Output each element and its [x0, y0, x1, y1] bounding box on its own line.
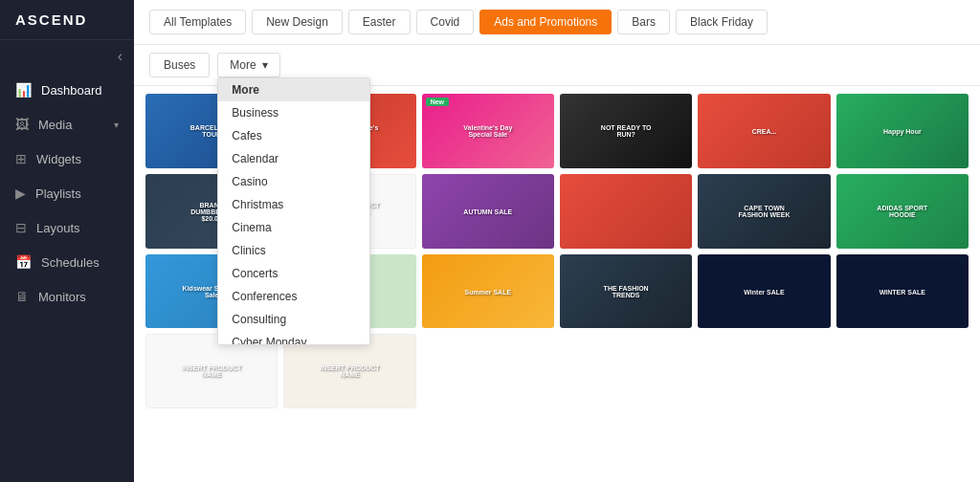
- filter-btn-all-templates[interactable]: All Templates: [149, 10, 246, 34]
- chevron-down-icon: ▾: [114, 120, 119, 130]
- dropdown-item[interactable]: Christmas: [218, 193, 369, 216]
- playlists-icon: ▶: [15, 186, 26, 201]
- dropdown-item[interactable]: Cinema: [218, 216, 369, 239]
- filter-btn-easter[interactable]: Easter: [348, 10, 411, 34]
- template-thumb-text: AUTUMN SALE: [461, 206, 514, 216]
- template-grid-item[interactable]: INSERT PRODUCT NAME: [145, 334, 278, 408]
- template-thumb-text: Winter SALE: [742, 286, 786, 296]
- filter-btn-bars[interactable]: Bars: [617, 10, 670, 34]
- template-grid-item[interactable]: CAPE TOWN FASHION WEEK: [698, 174, 830, 249]
- template-thumb-text: Summer SALE: [463, 286, 514, 296]
- filter-bar: All Templates New Design Easter Covid Ad…: [134, 0, 980, 45]
- sidebar-item-monitors[interactable]: 🖥 Monitors: [0, 279, 134, 314]
- template-grid-item[interactable]: THE FASHION TRENDS: [560, 254, 692, 329]
- dashboard-icon: 📊: [15, 82, 32, 98]
- dropdown-menu: MoreBusinessCafesCalendarCasinoChristmas…: [217, 77, 370, 345]
- sub-filter-btn-buses[interactable]: Buses: [149, 53, 210, 77]
- chevron-down-icon: ▾: [262, 58, 268, 72]
- sub-filter-bar: Buses More ▾ MoreBusinessCafesCalendarCa…: [134, 45, 980, 86]
- media-icon: 🖼: [15, 117, 29, 132]
- dropdown-item[interactable]: Concerts: [218, 262, 369, 285]
- dropdown-item[interactable]: Clinics: [218, 239, 369, 262]
- sidebar-item-label: Widgets: [36, 152, 81, 166]
- dropdown-trigger-more[interactable]: More ▾: [217, 53, 279, 77]
- template-grid-item[interactable]: NOT READY TO RUN?: [560, 94, 692, 168]
- template-thumb-text: Valentine's Day Special Sale: [455, 122, 521, 140]
- template-grid-item[interactable]: Happy Hour: [836, 94, 969, 168]
- sidebar-item-widgets[interactable]: ⊞ Widgets: [0, 142, 134, 176]
- new-badge: New: [426, 98, 449, 106]
- template-thumb-text: THE FASHION TRENDS: [593, 283, 659, 300]
- sidebar-item-media[interactable]: 🖼 Media ▾: [0, 107, 134, 142]
- filter-btn-black-friday[interactable]: Black Friday: [676, 10, 768, 34]
- template-thumb-text: NOT READY TO RUN?: [593, 122, 659, 140]
- template-thumb-text: ADIDAS SPORT HOODIE: [869, 203, 935, 220]
- sidebar-item-label: Media: [38, 118, 72, 132]
- dropdown-item[interactable]: Conferences: [218, 285, 369, 308]
- dropdown-item[interactable]: Calendar: [218, 147, 369, 170]
- sidebar-item-label: Layouts: [36, 221, 80, 235]
- dropdown-item[interactable]: Business: [218, 101, 369, 124]
- template-grid-item[interactable]: INSERT PRODUCT NAME: [283, 334, 415, 408]
- template-thumb-text: CAPE TOWN FASHION WEEK: [731, 203, 797, 220]
- layouts-icon: ⊟: [15, 220, 27, 235]
- sidebar-item-playlists[interactable]: ▶ Playlists: [0, 176, 134, 210]
- template-thumb-text: INSERT PRODUCT NAME: [179, 362, 244, 380]
- sidebar-collapse-btn[interactable]: ‹: [0, 40, 134, 73]
- sidebar-item-label: Playlists: [35, 186, 81, 201]
- sidebar: ASCEND ‹ 📊 Dashboard 🖼 Media ▾ ⊞ Widgets…: [0, 0, 134, 482]
- sidebar-logo: ASCEND: [0, 0, 134, 40]
- filter-btn-new-design[interactable]: New Design: [252, 10, 343, 34]
- sidebar-item-label: Dashboard: [41, 83, 102, 98]
- schedules-icon: 📅: [15, 254, 32, 270]
- template-grid-item[interactable]: Winter SALE: [698, 254, 830, 329]
- monitors-icon: 🖥: [15, 289, 29, 304]
- template-thumb-text: INSERT PRODUCT NAME: [317, 362, 382, 380]
- template-thumb-text: CREA...: [750, 125, 779, 136]
- template-grid-item[interactable]: Summer SALE: [422, 254, 554, 329]
- sidebar-item-label: Monitors: [38, 290, 86, 304]
- dropdown-wrapper: More ▾ MoreBusinessCafesCalendarCasinoCh…: [217, 53, 279, 77]
- template-grid-item[interactable]: CREA...: [698, 94, 830, 168]
- sidebar-item-layouts[interactable]: ⊟ Layouts: [0, 210, 134, 245]
- template-grid-item[interactable]: AUTUMN SALE: [422, 174, 554, 249]
- dropdown-item[interactable]: More: [218, 78, 369, 101]
- template-thumb-text: Happy Hour: [881, 125, 924, 136]
- template-grid-item[interactable]: ADIDAS SPORT HOODIE: [836, 174, 969, 249]
- dropdown-item[interactable]: Cyber Monday: [218, 331, 369, 345]
- main-content: All Templates New Design Easter Covid Ad…: [134, 0, 980, 482]
- widgets-icon: ⊞: [15, 151, 27, 166]
- template-grid-item[interactable]: NewValentine's Day Special Sale: [422, 94, 554, 168]
- dropdown-item[interactable]: Consulting: [218, 308, 369, 331]
- dropdown-item[interactable]: Cafes: [218, 124, 369, 147]
- collapse-icon[interactable]: ‹: [118, 48, 122, 65]
- template-grid-item[interactable]: WINTER SALE: [836, 254, 969, 329]
- dropdown-item[interactable]: Casino: [218, 170, 369, 193]
- sidebar-item-dashboard[interactable]: 📊 Dashboard: [0, 73, 134, 107]
- sidebar-item-schedules[interactable]: 📅 Schedules: [0, 245, 134, 279]
- template-thumb-text: WINTER SALE: [878, 286, 927, 296]
- sidebar-item-label: Schedules: [41, 255, 100, 270]
- dropdown-label: More: [230, 58, 256, 72]
- filter-btn-ads[interactable]: Ads and Promotions: [479, 10, 612, 34]
- template-grid-item[interactable]: [560, 174, 692, 249]
- filter-btn-covid[interactable]: Covid: [416, 10, 475, 34]
